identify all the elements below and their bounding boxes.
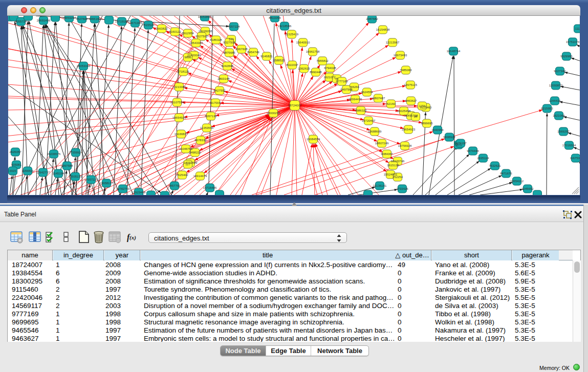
svg-text:9899695: 9899695: [421, 122, 433, 125]
svg-text:15226058: 15226058: [199, 30, 212, 33]
svg-text:12505135: 12505135: [69, 175, 82, 178]
svg-text:11046766: 11046766: [179, 147, 193, 150]
svg-text:9463627: 9463627: [405, 99, 417, 102]
svg-text:15751074: 15751074: [566, 40, 580, 43]
svg-text:18300295: 18300295: [267, 112, 280, 115]
svg-text:2087682: 2087682: [366, 17, 378, 20]
svg-text:10688609: 10688609: [368, 130, 382, 133]
svg-text:10543382: 10543382: [189, 41, 203, 45]
svg-text:1154: 1154: [419, 104, 426, 107]
svg-text:9327500: 9327500: [195, 35, 208, 38]
svg-text:127: 127: [185, 163, 191, 166]
svg-text:10107554: 10107554: [170, 101, 184, 104]
svg-text:1112: 1112: [575, 27, 580, 30]
svg-text:15716485: 15716485: [203, 186, 217, 189]
svg-text:935081: 935081: [11, 163, 22, 166]
svg-text:9242848: 9242848: [221, 64, 233, 68]
svg-text:19654923: 19654923: [402, 128, 416, 131]
svg-text:10653267: 10653267: [62, 16, 76, 19]
svg-text:18807249: 18807249: [375, 142, 389, 145]
svg-text:7955812: 7955812: [316, 59, 329, 62]
svg-text:8471676: 8471676: [500, 172, 512, 175]
svg-text:2803144: 2803144: [217, 77, 230, 80]
svg-text:10807487: 10807487: [372, 97, 385, 100]
svg-text:1588520: 1588520: [273, 59, 285, 62]
svg-text:12975115: 12975115: [404, 83, 418, 86]
svg-text:7663822: 7663822: [156, 27, 168, 30]
svg-text:2718126: 2718126: [177, 70, 189, 73]
svg-text:6497568: 6497568: [340, 88, 353, 91]
svg-text:16914479: 16914479: [193, 174, 207, 178]
svg-text:9997588: 9997588: [61, 164, 73, 167]
svg-text:7632621: 7632621: [489, 164, 501, 167]
svg-text:1244415: 1244415: [549, 99, 561, 102]
svg-text:17957225: 17957225: [84, 178, 98, 181]
svg-text:3624554: 3624554: [361, 91, 373, 94]
svg-text:2626057: 2626057: [9, 150, 21, 154]
svg-text:7485063: 7485063: [400, 69, 412, 72]
svg-text:19756928: 19756928: [398, 144, 412, 147]
svg-text:10654112: 10654112: [510, 180, 524, 183]
svg-text:9329966: 9329966: [560, 55, 573, 58]
svg-text:15720407: 15720407: [362, 119, 376, 122]
svg-text:8267130: 8267130: [205, 115, 217, 118]
svg-text:8454749: 8454749: [247, 51, 259, 54]
svg-text:1569297: 1569297: [557, 130, 570, 133]
svg-text:6794028: 6794028: [324, 67, 336, 70]
svg-text:9227342: 9227342: [554, 70, 566, 73]
svg-text:1156819: 1156819: [22, 169, 34, 172]
svg-text:16053809: 16053809: [198, 16, 212, 18]
svg-text:8678332: 8678332: [194, 139, 207, 142]
svg-text:16648764: 16648764: [447, 50, 461, 53]
svg-text:18724007: 18724007: [288, 104, 302, 107]
svg-text:8813054: 8813054: [269, 16, 281, 19]
svg-text:1733426: 1733426: [396, 187, 408, 190]
svg-text:12942737: 12942737: [36, 171, 50, 174]
svg-text:5875685: 5875685: [223, 51, 235, 54]
svg-text:8215953: 8215953: [541, 107, 553, 110]
svg-text:15136141: 15136141: [373, 184, 387, 187]
svg-text:16120746: 16120746: [391, 160, 405, 163]
svg-text:20053346: 20053346: [77, 64, 91, 68]
svg-text:9245652: 9245652: [521, 187, 534, 190]
svg-text:(x): (x): [129, 234, 136, 241]
svg-text:9457791: 9457791: [168, 184, 181, 187]
svg-text:6466160: 6466160: [89, 17, 101, 20]
svg-text:20364436: 20364436: [349, 98, 362, 101]
svg-text:7625402: 7625402: [176, 173, 188, 177]
svg-text:8322037: 8322037: [286, 63, 298, 67]
svg-text:9327508: 9327508: [223, 41, 235, 44]
svg-text:19218586: 19218586: [278, 25, 292, 28]
svg-text:9896: 9896: [184, 56, 191, 59]
svg-text:1615132: 1615132: [387, 164, 399, 167]
svg-text:2367608: 2367608: [235, 48, 248, 51]
svg-text:917004: 917004: [210, 101, 221, 104]
svg-text:20691406: 20691406: [37, 19, 51, 22]
svg-text:16154838: 16154838: [376, 28, 390, 31]
svg-text:16782759: 16782759: [116, 187, 130, 190]
svg-text:1362615: 1362615: [298, 67, 310, 70]
svg-text:4055724: 4055724: [15, 20, 27, 23]
svg-text:9938923: 9938923: [443, 136, 455, 139]
svg-text:17359924: 17359924: [69, 151, 83, 154]
svg-text:252254: 252254: [393, 176, 403, 179]
svg-text:1527602: 1527602: [76, 17, 88, 20]
svg-text:7515526: 7515526: [142, 24, 155, 27]
svg-text:8427552: 8427552: [213, 89, 226, 92]
svg-text:8990448: 8990448: [310, 71, 322, 74]
svg-text:8160123: 8160123: [169, 30, 181, 33]
svg-text:10025458: 10025458: [397, 110, 411, 113]
svg-text:11325419: 11325419: [285, 33, 299, 36]
svg-text:15640910: 15640910: [296, 41, 310, 44]
svg-text:1167534: 1167534: [570, 157, 580, 160]
svg-text:8912954: 8912954: [182, 32, 194, 35]
svg-text:2935114: 2935114: [477, 157, 490, 160]
svg-text:11353594: 11353594: [200, 126, 214, 129]
svg-text:1621064: 1621064: [553, 114, 565, 117]
svg-text:7986322: 7986322: [355, 109, 367, 112]
svg-text:84: 84: [414, 115, 418, 118]
svg-text:19958137: 19958137: [100, 182, 114, 185]
svg-text:9084067: 9084067: [381, 152, 393, 156]
svg-text:17016504: 17016504: [562, 144, 576, 147]
svg-text:7357224: 7357224: [228, 25, 240, 28]
